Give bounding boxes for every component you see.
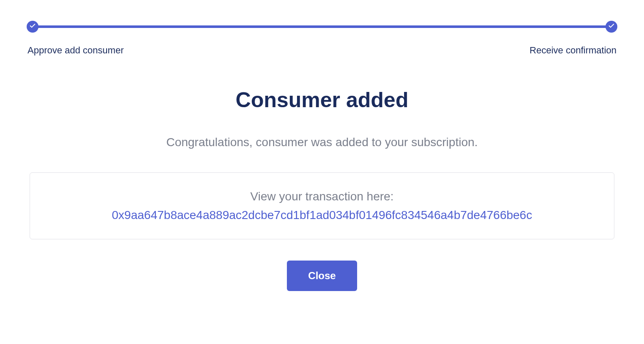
check-icon: [608, 22, 615, 31]
progress-node-step1: [27, 21, 39, 33]
check-icon: [29, 22, 36, 31]
confirmation-content: Consumer added Congratulations, consumer…: [28, 88, 616, 291]
confirmation-subtitle: Congratulations, consumer was added to y…: [28, 136, 616, 149]
progress-label-step2: Receive confirmation: [530, 45, 616, 56]
transaction-hash-link[interactable]: 0x9aa647b8ace4a889ac2dcbe7cd1bf1ad034bf0…: [43, 208, 601, 222]
transaction-label: View your transaction here:: [43, 190, 601, 203]
page-title: Consumer added: [28, 88, 616, 112]
close-button[interactable]: Close: [287, 261, 357, 291]
transaction-box: View your transaction here: 0x9aa647b8ac…: [30, 172, 614, 239]
progress-track: [28, 25, 616, 28]
progress-label-step1: Approve add consumer: [28, 45, 124, 56]
progress-stepper: Approve add consumer Receive confirmatio…: [28, 25, 616, 56]
progress-labels: Approve add consumer Receive confirmatio…: [28, 45, 616, 56]
progress-node-step2: [605, 21, 617, 33]
